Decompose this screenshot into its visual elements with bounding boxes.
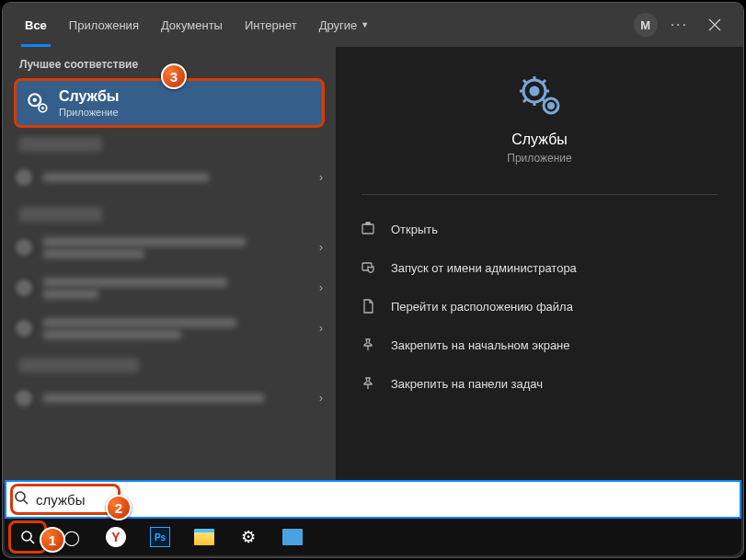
other-results: › › › › › — [3, 137, 336, 418]
step-badge-3: 3 — [161, 63, 187, 89]
list-item[interactable]: › — [16, 378, 323, 418]
services-gear-icon — [26, 91, 50, 115]
svg-point-3 — [33, 98, 37, 102]
action-open[interactable]: Открыть — [358, 210, 721, 248]
list-item[interactable]: › — [16, 308, 323, 349]
folder-icon — [194, 529, 214, 545]
tab-documents[interactable]: Документы — [150, 3, 234, 47]
user-avatar[interactable]: M — [634, 13, 658, 37]
search-filter-tabs: Все Приложения Документы Интернет Другие… — [3, 3, 743, 47]
tab-all[interactable]: Все — [14, 3, 58, 47]
yandex-icon: Y — [106, 527, 126, 547]
action-open-file-location[interactable]: Перейти к расположению файла — [358, 287, 721, 326]
divider — [362, 194, 717, 195]
action-pin-to-start[interactable]: Закрепить на начальном экране — [358, 326, 721, 364]
control-panel-icon — [282, 529, 303, 545]
svg-line-25 — [30, 540, 34, 543]
svg-point-24 — [22, 531, 31, 541]
search-input[interactable] — [36, 492, 732, 508]
svg-line-12 — [523, 80, 526, 83]
detail-panel: Службы Приложение Открыть Запуск от имен… — [336, 47, 743, 484]
pin-taskbar-icon — [358, 376, 378, 391]
chevron-right-icon: › — [319, 322, 323, 335]
gear-icon: ⚙ — [241, 527, 256, 547]
photoshop-icon: Ps — [150, 527, 170, 547]
list-item[interactable]: › — [16, 157, 323, 198]
svg-point-17 — [548, 104, 553, 109]
taskbar-photoshop[interactable]: Ps — [141, 521, 179, 553]
taskbar: ◯ Y Ps ⚙ — [5, 519, 741, 555]
chevron-right-icon: › — [319, 241, 323, 254]
tab-internet[interactable]: Интернет — [234, 3, 308, 47]
tab-more[interactable]: Другие▼ — [308, 3, 381, 47]
pin-start-icon — [358, 337, 378, 352]
detail-title: Службы — [511, 131, 568, 148]
results-panel: Лучшее соответствие Службы Приложение › … — [3, 47, 336, 484]
taskbar-settings[interactable]: ⚙ — [229, 521, 268, 553]
svg-rect-18 — [362, 224, 373, 234]
step-badge-1: 1 — [40, 527, 65, 553]
chevron-right-icon: › — [319, 171, 323, 184]
taskbar-yandex-browser[interactable]: Y — [97, 521, 135, 553]
list-item[interactable]: › — [16, 227, 323, 268]
action-pin-to-taskbar[interactable]: Закрепить на панели задач — [358, 364, 721, 403]
svg-point-5 — [41, 107, 44, 109]
more-options-button[interactable]: ··· — [671, 17, 688, 33]
action-run-as-admin[interactable]: Запуск от имени администратора — [358, 248, 721, 287]
file-location-icon — [358, 299, 378, 314]
close-button[interactable] — [697, 3, 732, 47]
search-icon — [20, 530, 35, 544]
search-icon — [14, 490, 29, 509]
chevron-right-icon: › — [319, 281, 323, 294]
services-gear-icon — [516, 73, 564, 120]
tab-apps[interactable]: Приложения — [58, 3, 150, 47]
result-title: Службы — [59, 88, 120, 105]
circle-icon: ◯ — [63, 529, 80, 546]
chevron-down-icon: ▼ — [361, 20, 369, 29]
svg-point-22 — [16, 492, 25, 501]
list-item[interactable]: › — [16, 268, 323, 308]
taskbar-file-explorer[interactable] — [185, 521, 224, 553]
svg-point-7 — [531, 87, 538, 95]
svg-line-23 — [24, 500, 28, 504]
svg-line-15 — [543, 80, 545, 83]
close-icon — [708, 18, 721, 31]
admin-shield-icon — [358, 260, 378, 275]
open-icon — [358, 222, 378, 236]
detail-subtitle: Приложение — [507, 152, 571, 165]
chevron-right-icon: › — [319, 392, 323, 405]
svg-line-14 — [523, 99, 526, 102]
result-subtitle: Приложение — [59, 107, 120, 118]
step-badge-2: 2 — [106, 495, 132, 520]
taskbar-control-panel[interactable] — [273, 521, 312, 553]
